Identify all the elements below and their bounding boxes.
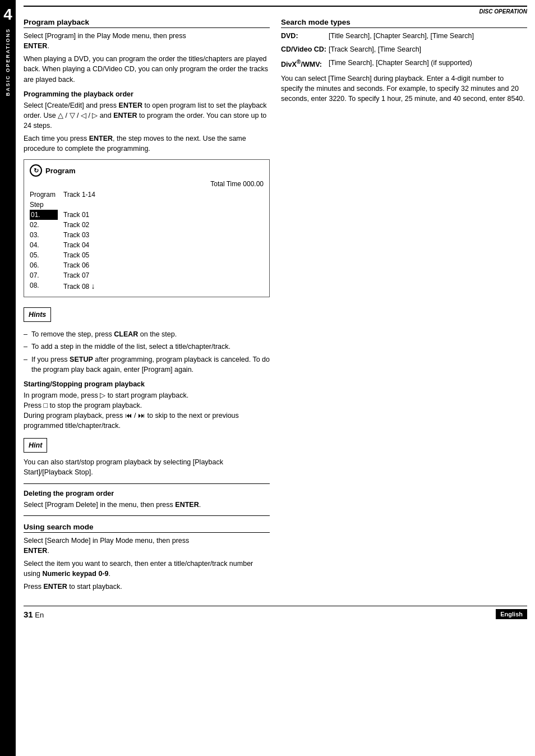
track-02: Track 02 xyxy=(63,220,264,230)
program-table-header-row: Program Step Track 1-14 xyxy=(30,190,264,210)
programming-order-para2: Each time you press ENTER, the step move… xyxy=(24,133,270,154)
track-04: Track 04 xyxy=(63,240,264,250)
deleting-para: Select [Program Delete] in the menu, the… xyxy=(24,500,270,510)
program-row-3: 03. Track 03 xyxy=(30,230,264,240)
section-header: DISC OPERATION xyxy=(24,6,527,15)
using-search-para1: Select [Search Mode] in Play Mode menu, … xyxy=(24,536,270,556)
program-row-2: 02. Track 02 xyxy=(30,220,264,230)
program-row-4: 04. Track 04 xyxy=(30,240,264,250)
program-playback-title: Program playback xyxy=(24,18,270,28)
search-cd-label: CD/Video CD: xyxy=(281,44,329,54)
col-header-step: Program Step xyxy=(30,190,58,210)
hint-text: You can also start/stop program playback… xyxy=(24,457,270,477)
search-divx-desc: [Time Search], [Chapter Search] (if supp… xyxy=(329,58,527,70)
track-03: Track 03 xyxy=(63,230,264,240)
program-row-6: 06. Track 06 xyxy=(30,260,264,270)
using-search-title: Using search mode xyxy=(24,523,270,533)
program-box-title: Program xyxy=(45,167,75,175)
program-icon: ↻ xyxy=(30,164,42,177)
hints-label: Hints xyxy=(24,307,51,322)
content-area: DISC OPERATION Program playback Select [… xyxy=(16,0,535,756)
step-02: 02. xyxy=(30,220,58,230)
step-01: 01. xyxy=(30,210,58,220)
search-divx-label: DivX®/WMV: xyxy=(281,58,329,70)
hint-item-2: To add a step in the middle of the list,… xyxy=(24,342,270,352)
search-dvd-label: DVD: xyxy=(281,31,329,41)
hints-box: Hints To remove the step, press CLEAR on… xyxy=(24,303,270,375)
chapter-number: 4 xyxy=(3,6,12,24)
track-08: Track 08 ↓ xyxy=(63,280,264,292)
step-05: 05. xyxy=(30,250,58,260)
hints-list: To remove the step, press CLEAR on the s… xyxy=(24,329,270,375)
program-playback-para2: When playing a DVD, you can program the … xyxy=(24,54,270,84)
hint-item-1: To remove the step, press CLEAR on the s… xyxy=(24,329,270,339)
programming-order-para1: Select [Create/Edit] and press ENTER to … xyxy=(24,100,270,131)
programming-order-title: Programming the playback order xyxy=(24,90,270,98)
search-dvd-desc: [Title Search], [Chapter Search], [Time … xyxy=(329,31,527,41)
divider-1 xyxy=(24,483,270,484)
program-total-time: Total Time 000.00 xyxy=(30,180,264,188)
hint-box: Hint You can also start/stop program pla… xyxy=(24,434,270,477)
language-tab: English xyxy=(496,609,527,619)
using-search-para3: Press ENTER to start playback. xyxy=(24,582,270,592)
two-column-layout: Program playback Select [Program] in the… xyxy=(24,18,527,594)
program-row-8: 08. Track 08 ↓ xyxy=(30,280,264,292)
step-06: 06. xyxy=(30,260,58,270)
search-cd-desc: [Track Search], [Time Search] xyxy=(329,44,527,54)
track-05: Track 05 xyxy=(63,250,264,260)
step-08: 08. xyxy=(30,280,58,292)
step-07: 07. xyxy=(30,270,58,280)
program-box-header: ↻ Program xyxy=(30,164,264,177)
deleting-title: Deleting the program order xyxy=(24,490,270,497)
using-search-para2: Select the item you want to search, then… xyxy=(24,559,270,579)
divider-2 xyxy=(24,515,270,516)
track-07: Track 07 xyxy=(63,270,264,280)
page-number: 31 En xyxy=(24,610,44,619)
search-mode-para: You can select [Time Search] during play… xyxy=(281,73,527,104)
search-cd-row: CD/Video CD: [Track Search], [Time Searc… xyxy=(281,44,527,54)
col-header-track: Track 1-14 xyxy=(63,190,264,210)
left-column: Program playback Select [Program] in the… xyxy=(24,18,270,594)
track-06: Track 06 xyxy=(63,260,264,270)
step-04: 04. xyxy=(30,240,58,250)
starting-stopping-para: In program mode, press ▷ to start progra… xyxy=(24,390,270,431)
program-row-5: 05. Track 05 xyxy=(30,250,264,260)
search-divx-row: DivX®/WMV: [Time Search], [Chapter Searc… xyxy=(281,58,527,70)
program-row-1: 01. Track 01 xyxy=(30,210,264,220)
hint-label: Hint xyxy=(24,438,47,453)
step-03: 03. xyxy=(30,230,58,240)
program-table: Program Step Track 1-14 01. Track 01 02.… xyxy=(30,190,264,292)
chapter-label: BASIC OPERATIONS xyxy=(5,28,11,96)
footer: 31 En English xyxy=(24,606,527,619)
hint-item-3: If you press SETUP after programming, pr… xyxy=(24,354,270,375)
side-tab: 4 BASIC OPERATIONS xyxy=(0,0,16,756)
program-box: ↻ Program Total Time 000.00 Program Step… xyxy=(24,159,270,297)
track-01: Track 01 xyxy=(63,210,264,220)
starting-stopping-title: Starting/Stopping program playback xyxy=(24,380,270,388)
program-playback-para1: Select [Program] in the Play Mode menu, … xyxy=(24,31,270,51)
search-dvd-row: DVD: [Title Search], [Chapter Search], [… xyxy=(281,31,527,41)
search-mode-types-title: Search mode types xyxy=(281,18,527,28)
right-column: Search mode types DVD: [Title Search], [… xyxy=(281,18,527,594)
program-row-7: 07. Track 07 xyxy=(30,270,264,280)
